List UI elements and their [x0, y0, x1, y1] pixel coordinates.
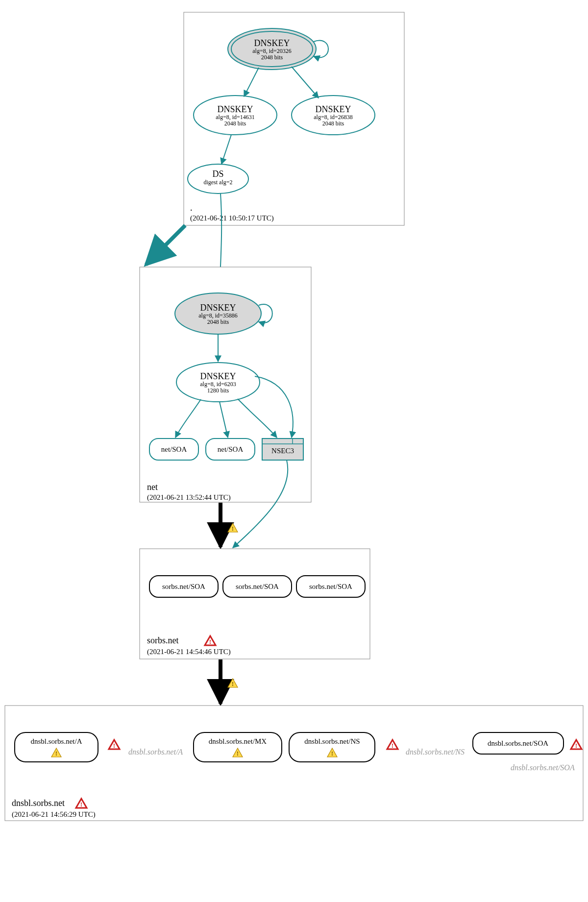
root-ds-title: DS	[212, 169, 223, 179]
root-zsk1-line1: alg=8, id=14631	[216, 114, 255, 121]
root-zsk2-line2: 2048 bits	[322, 120, 344, 127]
zone-dnsbl: dnsbl.sorbs.net/A ! ! dnsbl.sorbs.net/A …	[5, 706, 583, 821]
svg-text:!: !	[80, 801, 82, 808]
node-net-ksk: DNSKEY alg=8, id=35886 2048 bits	[175, 293, 261, 334]
net-zsk-line1: alg=8, id=6203	[200, 381, 236, 388]
warning-icon: !	[228, 679, 238, 687]
root-ksk-line1: alg=8, id=20326	[252, 48, 292, 54]
zone-sorbs: sorbs.net/SOA sorbs.net/SOA sorbs.net/SO…	[140, 549, 370, 659]
dnsbl-faded-soa: dnsbl.sorbs.net/SOA	[511, 763, 575, 772]
edge-delegation-root-net	[146, 225, 185, 265]
node-dnsbl-soa: dnsbl.sorbs.net/SOA	[473, 732, 564, 754]
root-ds-line1: digest alg=2	[203, 179, 232, 186]
net-ksk-title: DNSKEY	[200, 303, 236, 313]
svg-text:!: !	[232, 525, 234, 532]
node-root-ksk: DNSKEY alg=8, id=20326 2048 bits	[228, 28, 316, 70]
zone-dnsbl-name: dnsbl.sorbs.net	[12, 798, 65, 808]
root-zsk2-title: DNSKEY	[315, 104, 351, 114]
node-dnsbl-ns: dnsbl.sorbs.net/NS !	[289, 732, 375, 762]
zone-dnsbl-time: (2021-06-21 14:56:29 UTC)	[12, 810, 96, 819]
svg-text:!: !	[113, 742, 115, 749]
dnsbl-faded-ns: dnsbl.sorbs.net/NS	[406, 748, 465, 756]
node-sorbs-soa2: sorbs.net/SOA	[223, 576, 292, 597]
sorbs-soa2-title: sorbs.net/SOA	[236, 583, 279, 590]
node-root-ds: DS digest alg=2	[188, 164, 248, 194]
zone-net-time: (2021-06-21 13:52:44 UTC)	[147, 493, 231, 502]
svg-text:!: !	[55, 750, 57, 757]
node-net-zsk: DNSKEY alg=8, id=6203 1280 bits	[176, 363, 260, 402]
node-root-zsk1: DNSKEY alg=8, id=14631 2048 bits	[194, 96, 277, 135]
net-zsk-line2: 1280 bits	[207, 387, 229, 394]
net-nsec-title: NSEC3	[271, 447, 294, 455]
dnsbl-faded-a: dnsbl.sorbs.net/A	[128, 748, 183, 756]
node-dnsbl-mx: dnsbl.sorbs.net/MX !	[194, 732, 282, 762]
dnsbl-a-title: dnsbl.sorbs.net/A	[31, 737, 82, 745]
node-dnsbl-a: dnsbl.sorbs.net/A !	[15, 732, 98, 762]
svg-rect-25	[194, 732, 282, 762]
net-ksk-line2: 2048 bits	[207, 318, 229, 325]
zone-net: DNSKEY alg=8, id=35886 2048 bits DNSKEY …	[140, 267, 311, 502]
zone-sorbs-name: sorbs.net	[147, 635, 179, 645]
node-sorbs-soa3: sorbs.net/SOA	[296, 576, 365, 597]
svg-rect-27	[289, 732, 375, 762]
node-sorbs-soa1: sorbs.net/SOA	[149, 576, 218, 597]
svg-text:!: !	[232, 680, 234, 687]
net-soa1-title: net/SOA	[161, 445, 187, 453]
net-soa2-title: net/SOA	[218, 445, 244, 453]
sorbs-soa3-title: sorbs.net/SOA	[309, 583, 352, 590]
dnsbl-ns-title: dnsbl.sorbs.net/NS	[304, 737, 360, 745]
root-zsk2-line1: alg=8, id=26838	[314, 114, 353, 121]
node-net-nsec3: NSEC3	[262, 439, 303, 460]
svg-rect-21	[5, 706, 583, 821]
warning-icon: !	[228, 523, 238, 532]
net-ksk-line1: alg=8, id=35886	[198, 312, 238, 319]
root-zsk1-title: DNSKEY	[217, 104, 253, 114]
svg-text:!: !	[331, 750, 333, 757]
dnsbl-soa-title: dnsbl.sorbs.net/SOA	[488, 739, 548, 747]
node-net-soa1: net/SOA	[149, 439, 198, 460]
zone-root: DNSKEY alg=8, id=20326 2048 bits DNSKEY …	[184, 12, 404, 225]
zone-root-name: .	[190, 203, 193, 213]
zone-sorbs-time: (2021-06-21 14:54:46 UTC)	[147, 648, 231, 656]
root-zsk1-line2: 2048 bits	[224, 120, 246, 127]
svg-text:!: !	[237, 750, 239, 757]
svg-rect-22	[15, 732, 98, 762]
net-zsk-title: DNSKEY	[200, 371, 236, 381]
zone-root-time: (2021-06-21 10:50:17 UTC)	[190, 214, 274, 222]
root-ksk-title: DNSKEY	[254, 38, 290, 48]
svg-text:!: !	[392, 742, 393, 749]
zone-net-name: net	[147, 482, 158, 492]
svg-text:!: !	[209, 638, 211, 645]
svg-text:!: !	[575, 742, 577, 749]
dnsbl-mx-title: dnsbl.sorbs.net/MX	[209, 737, 267, 745]
node-root-zsk2: DNSKEY alg=8, id=26838 2048 bits	[292, 96, 375, 135]
node-net-soa2: net/SOA	[206, 439, 255, 460]
root-ksk-line2: 2048 bits	[261, 54, 283, 61]
sorbs-soa1-title: sorbs.net/SOA	[162, 583, 205, 590]
